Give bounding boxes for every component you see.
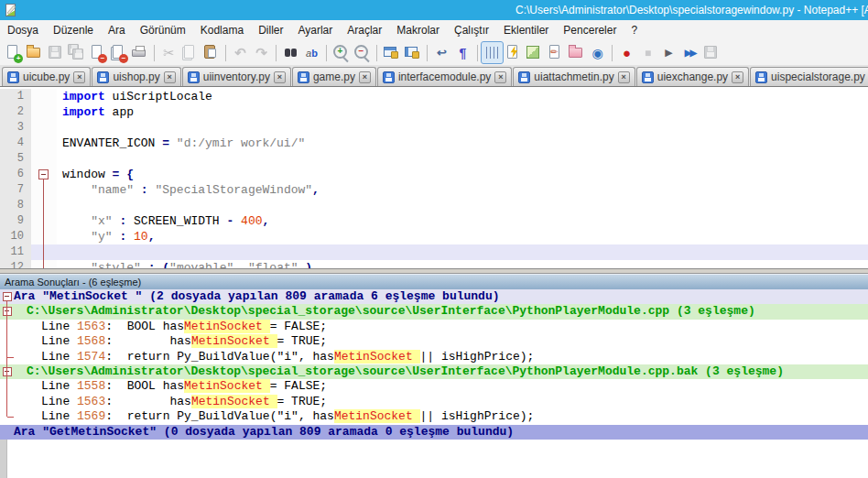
menu-makrolar[interactable]: Makrolar xyxy=(389,21,447,39)
macro-record-icon: ● xyxy=(616,42,637,63)
editor[interactable]: 1import uiScriptLocale2import app34ENVAN… xyxy=(0,87,868,268)
document-switcher-button[interactable]: ✏ xyxy=(545,42,566,63)
save-all-button[interactable] xyxy=(66,42,87,63)
tab-close-icon[interactable]: × xyxy=(359,71,371,83)
search-result-hit-row[interactable]: Line 1568: hasMetinSocket = TRUE; xyxy=(0,334,868,349)
editor-line-text[interactable] xyxy=(57,120,868,136)
tab-uiinventory-py[interactable]: uiinventory.py× xyxy=(182,67,291,86)
cut-button[interactable]: ✂ xyxy=(158,42,179,63)
editor-line-text[interactable] xyxy=(57,198,868,213)
search-result-file-row[interactable]: C:\Users\Administrator\Desktop\special_s… xyxy=(0,364,868,379)
tab-close-icon[interactable]: × xyxy=(732,71,743,83)
editor-line: 10 "y" : 10, xyxy=(0,229,868,244)
paste-button[interactable] xyxy=(201,42,222,63)
menu-dosya[interactable]: Dosya xyxy=(0,21,46,39)
menu-d-zenle[interactable]: Düzenle xyxy=(46,21,101,39)
save-button[interactable] xyxy=(45,42,66,63)
word-wrap-button[interactable]: ↩ xyxy=(431,42,452,63)
indent-guide-button[interactable] xyxy=(482,42,503,63)
editor-line-text[interactable] xyxy=(57,244,868,260)
line-number: 12 xyxy=(0,260,31,268)
document-map-button[interactable] xyxy=(524,42,545,63)
tab-interfacemodule-py[interactable]: interfacemodule.py× xyxy=(377,67,512,86)
editor-line-text[interactable]: import app xyxy=(57,104,868,120)
copy-button[interactable] xyxy=(179,42,201,63)
tab-uiattachmetin-py[interactable]: uiattachmetin.py× xyxy=(513,67,635,86)
tab-uishop-py[interactable]: uishop.py× xyxy=(92,67,180,86)
sync-vertical-scroll-button[interactable] xyxy=(381,42,402,63)
hit-match-highlight: MetinSocket xyxy=(184,379,270,393)
search-result-hit-row[interactable]: Line 1574: return Py_BuildValue("i", has… xyxy=(0,350,868,364)
fold-collapse-icon[interactable] xyxy=(38,169,49,179)
menu-al-t-r[interactable]: Çalıştır xyxy=(447,21,496,39)
menu-pencereler[interactable]: Pencereler xyxy=(556,21,624,39)
tab-uicube-py[interactable]: uicube.py× xyxy=(2,67,91,86)
macro-play-button[interactable]: ▶ xyxy=(658,42,679,63)
search-result-file-row[interactable]: C:\Users\Administrator\Desktop\special_s… xyxy=(0,304,868,319)
menu-help[interactable]: ? xyxy=(624,21,645,39)
search-result-header-row[interactable]: Ara "MetinSocket " (2 dosyada yapılan 80… xyxy=(0,289,868,304)
hit-text: = TRUE; xyxy=(277,395,328,408)
fold-collapse-icon[interactable] xyxy=(3,307,12,316)
macro-record-button[interactable]: ● xyxy=(616,42,637,63)
folder-as-workspace-button[interactable] xyxy=(566,42,587,63)
editor-line-text[interactable]: "x" : SCREEN_WIDTH - 400, xyxy=(57,213,868,229)
tab-save-icon xyxy=(298,71,309,83)
fold-collapse-icon[interactable] xyxy=(3,367,12,376)
macro-stop-button[interactable]: ■ xyxy=(637,42,658,63)
menu-g-r-n-m[interactable]: Görünüm xyxy=(133,21,193,39)
search-result-hit-row[interactable]: Line 1563: BOOL hasMetinSocket = FALSE; xyxy=(0,320,868,334)
close-all-button[interactable]: − xyxy=(108,42,129,63)
zoom-out-button[interactable]: − xyxy=(352,42,373,63)
sync-horizontal-scroll-button[interactable] xyxy=(402,42,423,63)
toolbar-separator xyxy=(154,45,155,61)
function-list-button[interactable] xyxy=(503,42,524,63)
code-segment: "x" xyxy=(91,214,112,228)
tab-close-icon[interactable]: × xyxy=(164,71,176,83)
tab-uispecialstorage-py[interactable]: uispecialstorage.py× xyxy=(750,67,868,86)
fold-margin xyxy=(31,151,57,167)
menu-ara[interactable]: Ara xyxy=(101,21,133,39)
close-file-button[interactable]: − xyxy=(87,42,108,63)
editor-line-text[interactable]: ENVANTER_ICON = "d:/ymir work/ui/" xyxy=(57,136,868,151)
search-results-panel[interactable]: Ara "MetinSocket " (2 dosyada yapılan 80… xyxy=(0,289,868,478)
tab-save-icon xyxy=(642,71,654,83)
menu-diller[interactable]: Diller xyxy=(251,21,290,39)
hit-line-number: 1563 xyxy=(77,320,105,333)
macro-run-multiple-button[interactable]: ▶▶ xyxy=(679,42,700,63)
tab-uiexchange-py[interactable]: uiexchange.py× xyxy=(636,67,749,86)
search-result-header-row[interactable]: Ara "GetMetinSocket" (0 dosyada yapılan … xyxy=(0,425,868,440)
fold-collapse-icon[interactable] xyxy=(3,292,12,301)
tab-close-icon[interactable]: × xyxy=(73,71,85,83)
tab-close-icon[interactable]: × xyxy=(618,71,630,83)
tab-close-icon[interactable]: × xyxy=(274,71,286,83)
undo-button[interactable]: ↶ xyxy=(230,42,251,63)
editor-line-text[interactable]: window = { xyxy=(57,167,868,182)
open-file-button[interactable] xyxy=(24,42,45,63)
editor-line-text[interactable]: "y" : 10, xyxy=(57,229,868,244)
find-button[interactable] xyxy=(280,42,301,63)
editor-line: 3 xyxy=(0,120,868,136)
menu-kodlama[interactable]: Kodlama xyxy=(193,21,251,39)
search-result-hit-row[interactable]: Line 1569: return Py_BuildValue("i", has… xyxy=(0,409,868,424)
tab-game-py[interactable]: game.py× xyxy=(292,67,376,86)
new-file-button[interactable]: + xyxy=(3,42,24,63)
macro-save-button[interactable] xyxy=(700,42,722,63)
editor-line-text[interactable]: "name" : "SpecialStorageWindow", xyxy=(57,182,868,198)
menu-ara-lar[interactable]: Araçlar xyxy=(340,21,389,39)
search-result-hit-row[interactable]: Line 1563: hasMetinSocket = TRUE; xyxy=(0,395,868,409)
search-result-hit-row[interactable]: Line 1558: BOOL hasMetinSocket = FALSE; xyxy=(0,379,868,394)
editor-line-text[interactable]: import uiScriptLocale xyxy=(57,89,868,104)
redo-button[interactable]: ↷ xyxy=(251,42,272,63)
menu-ayarlar[interactable]: Ayarlar xyxy=(290,21,340,39)
show-all-characters-button[interactable]: ¶ xyxy=(452,42,473,63)
menu-eklentiler[interactable]: Eklentiler xyxy=(496,21,556,39)
editor-line-text[interactable] xyxy=(57,151,868,167)
tab-close-icon[interactable]: × xyxy=(494,71,506,83)
print-button[interactable] xyxy=(129,42,150,63)
editor-line-text[interactable]: "style" : ("movable", "float",), xyxy=(57,260,868,268)
replace-button[interactable]: ab xyxy=(301,42,322,63)
document-map-icon xyxy=(524,42,545,63)
zoom-in-button[interactable]: + xyxy=(331,42,352,63)
file-monitor-button[interactable]: ◉ xyxy=(587,42,608,63)
